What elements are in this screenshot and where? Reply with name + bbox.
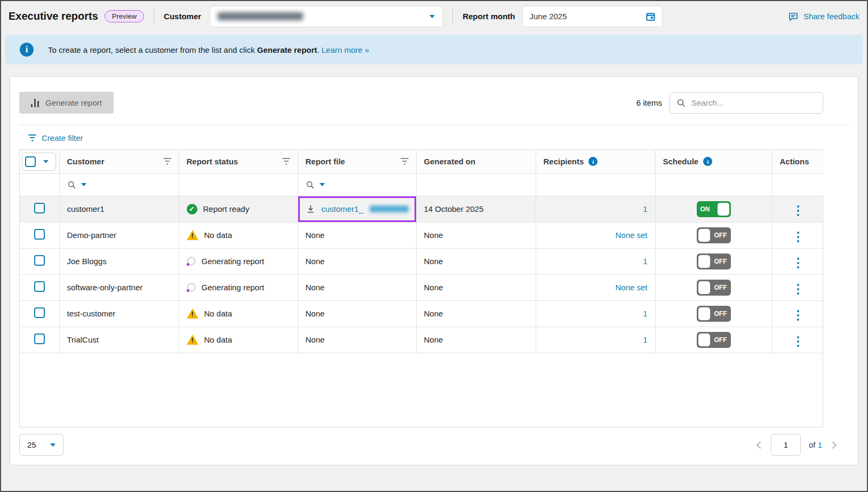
toggle-label: OFF <box>714 258 727 265</box>
recipients-link[interactable]: 1 <box>643 335 647 344</box>
column-header-generated-on[interactable]: Generated on <box>416 150 536 173</box>
cell-generated-on: None <box>416 300 536 327</box>
cell-customer: customer1 <box>59 196 179 222</box>
row-actions-kebab-menu[interactable] <box>793 256 803 271</box>
of-label: of <box>809 440 816 449</box>
share-feedback-link[interactable]: Share feedback <box>788 11 859 22</box>
report-file-link[interactable]: customer1_ <box>321 204 363 213</box>
cell-schedule: OFF <box>655 248 772 274</box>
preview-badge: Preview <box>105 10 144 22</box>
page-number-input[interactable] <box>771 434 801 456</box>
cell-report-file: None <box>298 248 416 274</box>
column-label: Report file <box>306 157 345 166</box>
toolbar-divider <box>19 125 849 125</box>
learn-more-link[interactable]: Learn more » <box>322 45 369 54</box>
report-status-text: No data <box>204 231 233 240</box>
next-page-icon[interactable] <box>829 441 837 448</box>
report-status-text: Generating report <box>202 283 265 292</box>
recipients-link[interactable]: None set <box>615 283 647 292</box>
customer-name: test-customer <box>67 309 116 318</box>
cell-recipients: 1 <box>536 327 655 353</box>
column-header-actions: Actions <box>772 150 824 173</box>
recipients-info-icon[interactable]: i <box>588 157 598 166</box>
schedule-toggle[interactable]: OFF <box>697 227 731 243</box>
column-header-recipients[interactable]: Recipientsi <box>536 150 655 173</box>
reports-table: Customer Report status Report file Gener… <box>19 149 823 427</box>
row-actions-kebab-menu[interactable] <box>793 203 803 218</box>
search-box[interactable] <box>670 92 823 114</box>
cell-customer: TrialCust <box>59 327 179 353</box>
schedule-toggle[interactable]: ON <box>697 201 731 217</box>
generate-report-button[interactable]: Generate report <box>19 92 114 114</box>
row-checkbox[interactable] <box>34 281 45 292</box>
filter-row <box>20 173 824 196</box>
report-file-filter-operator[interactable] <box>306 180 409 189</box>
banner-text: To create a report, select a customer fr… <box>48 45 369 54</box>
table-row: software-only-partner Generating report … <box>20 274 824 300</box>
customer-name: Joe Bloggs <box>67 257 107 266</box>
page-size-select[interactable]: 25 <box>19 434 63 456</box>
report-month-picker[interactable] <box>522 6 663 27</box>
select-all-checkbox[interactable] <box>25 156 36 167</box>
select-all-menu[interactable] <box>36 160 55 163</box>
column-header-customer[interactable]: Customer <box>59 150 179 173</box>
column-header-schedule[interactable]: Schedulei <box>655 150 772 173</box>
pagination: of 1 <box>758 434 835 456</box>
row-actions-kebab-menu[interactable] <box>793 229 803 244</box>
schedule-toggle[interactable]: OFF <box>697 332 731 348</box>
row-checkbox[interactable] <box>34 229 45 240</box>
download-icon[interactable] <box>306 204 316 214</box>
cell-report-status: Report ready <box>179 196 298 222</box>
schedule-info-icon[interactable]: i <box>703 157 712 166</box>
row-actions-kebab-menu[interactable] <box>793 334 803 349</box>
column-header-report-file[interactable]: Report file <box>298 150 416 173</box>
row-checkbox[interactable] <box>34 307 45 318</box>
cell-checkbox <box>20 196 59 222</box>
column-filter-icon[interactable] <box>282 158 290 165</box>
executive-reports-page: Executive reports Preview Customer Repor… <box>0 0 868 492</box>
cell-generated-on: None <box>416 248 536 274</box>
recipients-link[interactable]: None set <box>615 231 647 240</box>
select-all-control[interactable] <box>22 153 56 171</box>
cell-schedule: OFF <box>655 274 772 300</box>
generating-spinner-icon <box>187 257 196 266</box>
customer-filter-operator[interactable] <box>67 180 171 189</box>
row-checkbox[interactable] <box>34 334 45 344</box>
column-filter-icon[interactable] <box>401 158 409 165</box>
customer-dropdown[interactable] <box>210 6 443 27</box>
column-header-report-status[interactable]: Report status <box>179 150 298 173</box>
calendar-icon[interactable] <box>646 11 656 21</box>
row-actions-kebab-menu[interactable] <box>793 282 803 297</box>
generated-on-text: None <box>424 335 443 344</box>
cell-generated-on: None <box>416 274 536 300</box>
chevron-down-icon <box>50 443 55 447</box>
column-label: Report status <box>187 157 238 166</box>
search-input[interactable] <box>691 98 816 107</box>
report-status-text: No data <box>204 309 233 318</box>
toggle-label: OFF <box>714 336 727 344</box>
toggle-knob <box>718 203 729 216</box>
row-checkbox[interactable] <box>34 203 45 213</box>
recipients-link[interactable]: 1 <box>643 309 647 318</box>
toggle-label: OFF <box>714 232 727 239</box>
total-pages: 1 <box>818 440 822 449</box>
recipients-link[interactable]: 1 <box>643 257 647 266</box>
filter-cell <box>20 173 59 196</box>
previous-page-icon[interactable] <box>756 441 764 448</box>
cell-checkbox <box>20 222 59 248</box>
bar-chart-icon <box>31 98 39 107</box>
report-file-text: None <box>306 283 325 292</box>
row-checkbox[interactable] <box>34 255 45 266</box>
report-month-input[interactable] <box>529 12 625 21</box>
table-empty-area <box>20 353 823 427</box>
schedule-toggle[interactable]: OFF <box>697 253 731 269</box>
create-filter-link[interactable]: Create filter <box>28 133 83 142</box>
recipients-link[interactable]: 1 <box>643 204 647 213</box>
filter-cell <box>772 173 824 196</box>
column-filter-icon[interactable] <box>163 158 171 165</box>
filter-icon <box>28 134 36 141</box>
schedule-toggle[interactable]: OFF <box>697 306 731 322</box>
schedule-toggle[interactable]: OFF <box>697 280 731 296</box>
toggle-knob <box>698 229 710 242</box>
row-actions-kebab-menu[interactable] <box>793 308 803 323</box>
